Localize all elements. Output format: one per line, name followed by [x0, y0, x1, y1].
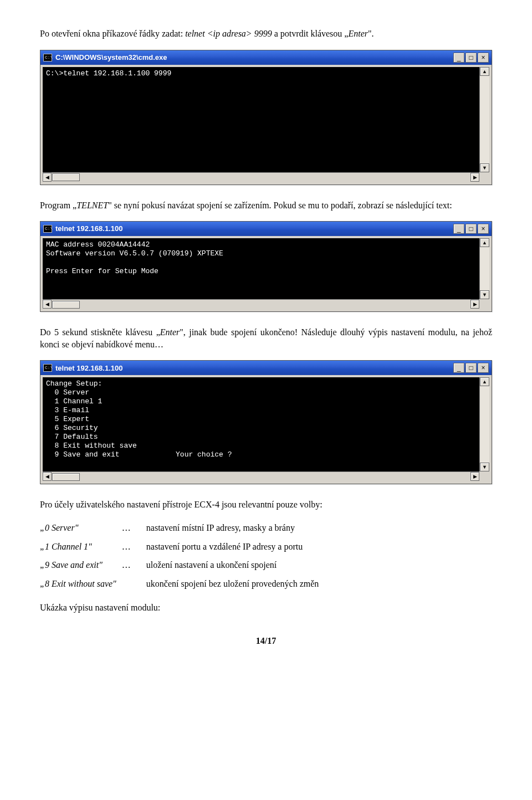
option-desc: nastavení místní IP adresy, masky a brán…	[146, 519, 330, 537]
close-button[interactable]: ×	[478, 363, 489, 373]
terminal-output[interactable]: MAC address 00204AA14442 Software versio…	[43, 238, 479, 299]
scroll-left-button[interactable]: ◀	[43, 300, 52, 309]
command-text: telnet <ip adresa> 9999	[185, 29, 272, 38]
relevant-options-intro: Pro účely uživatelského nastavení přístr…	[40, 499, 492, 511]
titlebar: C:\ C:\WINDOWS\system32\cmd.exe _ □ ×	[40, 50, 492, 65]
scroll-down-button[interactable]: ▼	[480, 463, 489, 471]
vertical-scrollbar[interactable]: ▲ ▼	[479, 238, 489, 299]
scroll-up-button[interactable]: ▲	[480, 238, 489, 247]
enter-key: Enter	[160, 327, 180, 337]
vertical-scrollbar[interactable]: ▲ ▼	[479, 67, 489, 172]
option-row: „9 Save and exit" … uložení nastavení a …	[40, 556, 330, 575]
minimize-button[interactable]: _	[453, 363, 464, 373]
scroll-down-button[interactable]: ▼	[480, 290, 489, 299]
window-buttons: _ □ ×	[453, 363, 489, 373]
option-row: „8 Exit without save" ukončení spojení b…	[40, 575, 330, 593]
intro-paragraph-2: Program „TELNET" se nyní pokusí navázat …	[40, 199, 492, 212]
scroll-right-button[interactable]: ▶	[470, 173, 479, 182]
module-settings-intro: Ukázka výpisu nastavení modulu:	[40, 602, 492, 614]
scroll-corner	[479, 471, 489, 481]
intro-paragraph-1: Po otevření okna příkazové řádky zadat: …	[40, 28, 492, 40]
window-buttons: _ □ ×	[453, 224, 489, 234]
option-dots: …	[122, 519, 146, 537]
option-dots: …	[122, 556, 146, 575]
scroll-thumb[interactable]	[52, 173, 80, 181]
scroll-down-button[interactable]: ▼	[480, 163, 489, 172]
scroll-corner	[479, 172, 489, 182]
titlebar: C:\ telnet 192.168.1.100 _ □ ×	[40, 222, 492, 236]
scroll-track[interactable]	[480, 247, 489, 290]
text: a potvrdit klávesou „	[272, 29, 349, 38]
window-title: C:\WINDOWS\system32\cmd.exe	[55, 53, 453, 63]
close-button[interactable]: ×	[478, 224, 489, 234]
terminal-output[interactable]: Change Setup: 0 Server 1 Channel 1 3 E-m…	[43, 377, 479, 471]
minimize-button[interactable]: _	[453, 224, 464, 234]
window-buttons: _ □ ×	[453, 53, 489, 63]
option-row: „1 Channel 1" … nastavení portu a vzdále…	[40, 537, 330, 556]
scroll-right-button[interactable]: ▶	[470, 472, 479, 481]
vertical-scrollbar[interactable]: ▲ ▼	[479, 377, 489, 471]
text: ".	[368, 29, 374, 38]
scroll-up-button[interactable]: ▲	[480, 67, 489, 76]
window-title: telnet 192.168.1.100	[55, 363, 453, 373]
cmd-window-1: C:\ C:\WINDOWS\system32\cmd.exe _ □ × C:…	[40, 50, 492, 185]
text: Program „	[40, 201, 76, 210]
enter-key: Enter	[348, 29, 368, 38]
maximize-button[interactable]: □	[466, 363, 477, 373]
scroll-thumb[interactable]	[52, 473, 80, 481]
option-desc: ukončení spojení bez uložení provedených…	[146, 575, 330, 593]
scroll-track[interactable]	[52, 173, 470, 182]
minimize-button[interactable]: _	[453, 53, 464, 63]
horizontal-scrollbar[interactable]: ◀ ▶	[43, 471, 479, 481]
option-desc: uložení nastavení a ukončení spojení	[146, 556, 330, 575]
maximize-button[interactable]: □	[466, 53, 477, 63]
close-button[interactable]: ×	[478, 53, 489, 63]
text: Do 5 sekund stiskněte klávesu „	[40, 327, 160, 337]
option-label: „9 Save and exit"	[40, 556, 122, 575]
intro-paragraph-3: Do 5 sekund stiskněte klávesu „Enter", j…	[40, 326, 492, 350]
option-label: „1 Channel 1"	[40, 537, 122, 556]
scroll-thumb[interactable]	[52, 301, 80, 309]
cmd-window-3: C:\ telnet 192.168.1.100 _ □ × Change Se…	[40, 360, 492, 484]
option-label: „8 Exit without save"	[40, 575, 122, 593]
scroll-track[interactable]	[52, 300, 470, 309]
option-label: „0 Server"	[40, 519, 122, 537]
cmd-window-2: C:\ telnet 192.168.1.100 _ □ × MAC addre…	[40, 221, 492, 312]
scroll-right-button[interactable]: ▶	[470, 300, 479, 309]
scroll-left-button[interactable]: ◀	[43, 173, 52, 182]
cmd-app-icon: C:\	[43, 225, 52, 233]
terminal-output[interactable]: C:\>telnet 192.168.1.100 9999	[43, 67, 479, 172]
text: Po otevření okna příkazové řádky zadat:	[40, 29, 185, 38]
text: " se nyní pokusí navázat spojení se zaří…	[108, 201, 452, 210]
scroll-track[interactable]	[52, 472, 470, 481]
scroll-track[interactable]	[480, 76, 489, 163]
scroll-corner	[479, 299, 489, 309]
option-dots	[122, 575, 146, 593]
cmd-app-icon: C:\	[43, 54, 52, 61]
scroll-track[interactable]	[480, 386, 489, 463]
titlebar: C:\ telnet 192.168.1.100 _ □ ×	[40, 361, 492, 375]
maximize-button[interactable]: □	[466, 224, 477, 234]
options-table: „0 Server" … nastavení místní IP adresy,…	[40, 519, 330, 593]
telnet-name: TELNET	[76, 201, 108, 210]
window-title: telnet 192.168.1.100	[55, 224, 453, 234]
option-desc: nastavení portu a vzdálené IP adresy a p…	[146, 537, 330, 556]
cmd-app-icon: C:\	[43, 364, 52, 372]
option-dots: …	[122, 537, 146, 556]
page-number: 14/17	[40, 635, 492, 647]
scroll-left-button[interactable]: ◀	[43, 472, 52, 481]
horizontal-scrollbar[interactable]: ◀ ▶	[43, 299, 479, 309]
scroll-up-button[interactable]: ▲	[480, 377, 489, 386]
option-row: „0 Server" … nastavení místní IP adresy,…	[40, 519, 330, 537]
horizontal-scrollbar[interactable]: ◀ ▶	[43, 172, 479, 182]
